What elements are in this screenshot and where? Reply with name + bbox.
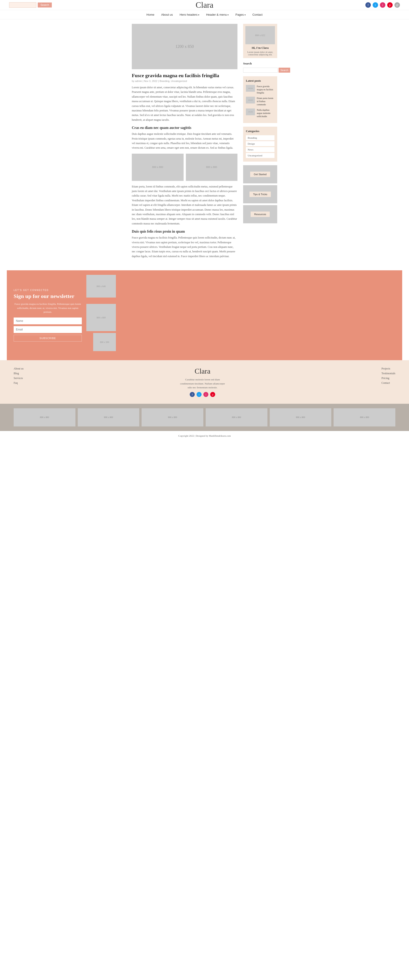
article-paragraph-1: Lorem ipsum dolor sit amet, consectetur … — [132, 85, 238, 122]
main-content: 1200 x 850 Fusce gravida magna eu facili… — [132, 19, 238, 261]
footer-desc: Curabitur molestie lorem sed diam condim… — [180, 378, 225, 390]
profile-image: 800 x 622 — [245, 26, 275, 44]
category-news[interactable]: News — [246, 147, 275, 152]
article-paragraph-4: Fusce gravida magna eu facilisis fringil… — [132, 235, 238, 258]
footer-center: Clara Curabitur molestie lorem sed diam … — [180, 367, 225, 397]
latest-post-item-3[interactable]: 100x66 Nulla dapibus augue molestie soll… — [246, 108, 275, 118]
grid-image-2: 800 x 800 — [186, 154, 238, 181]
footer-projects-link[interactable]: Projects — [382, 367, 395, 371]
newsletter-email-input[interactable] — [14, 326, 82, 333]
gallery-thumb-4: 800 x 800 — [206, 408, 267, 426]
newsletter-label: LET'S GET CONNECTED — [14, 289, 82, 291]
email-icon[interactable]: @ — [395, 2, 400, 8]
footer-left-links: About us Blog Services Faq — [14, 367, 24, 385]
content-area: 1200 x 850 Fusce gravida magna eu facili… — [125, 19, 284, 261]
newsletter-section: LET'S GET CONNECTED Sign up for our news… — [7, 270, 402, 360]
article: Fusce gravida magna eu facilisis fringil… — [132, 73, 238, 258]
nav-hero-headers[interactable]: Hero headers — [180, 13, 200, 16]
article-heading-2: Cras eu diam nec quam auctor sagittis — [132, 126, 238, 130]
grid-image-1: 800 x 800 — [132, 154, 184, 181]
gallery-thumb-3: 800 x 800 — [142, 408, 203, 426]
categories-section: Categories Branding Design News Uncatego… — [243, 127, 277, 162]
latest-post-thumb-2: 100x66 — [246, 97, 255, 103]
gallery-thumb-5: 800 x 800 — [270, 408, 332, 426]
footer-social: f t i p — [180, 392, 225, 397]
newsletter-image-1: 800 x 640 — [86, 275, 116, 298]
footer-blog-link[interactable]: Blog — [14, 372, 24, 375]
search-box: Search — [243, 68, 277, 73]
cta-get-started: Get Started — [243, 165, 277, 183]
latest-post-item-1[interactable]: 100x66 Fusce gravida magna eu facilisis … — [246, 85, 275, 94]
footer-pricing-link[interactable]: Pricing — [382, 377, 395, 380]
article-title: Fusce gravida magna eu facilisis fringil… — [132, 73, 238, 78]
footer-contact-link[interactable]: Contact — [382, 381, 395, 385]
newsletter-name-input[interactable] — [14, 318, 82, 325]
newsletter-desc: Fusce gravida magna eu facilisis fringil… — [14, 302, 82, 314]
newsletter-image-3: 800 x 500 — [93, 333, 116, 351]
newsletter-content: LET'S GET CONNECTED Sign up for our news… — [14, 289, 82, 342]
header-social-icons: f t i p @ — [365, 2, 400, 8]
categories-title: Categories — [246, 129, 275, 133]
sidebar: 800 x 622 Hi, I'm Clara Lorem ipsum dolo… — [243, 19, 277, 261]
footer-testimonials-link[interactable]: Testimonials — [382, 372, 395, 375]
footer-about-link[interactable]: About us — [14, 367, 24, 371]
category-branding[interactable]: Branding — [246, 135, 275, 140]
site-logo[interactable]: Clara — [196, 1, 213, 9]
newsletter-title: Sign up for our newsletter — [14, 293, 82, 299]
footer-pinterest-icon[interactable]: p — [210, 392, 215, 397]
newsletter-subscribe-button[interactable]: SUBSCRIBE — [14, 335, 82, 342]
article-meta: by admin | Nov 3, 2022 | Branding, Uncat… — [132, 80, 238, 83]
nav-contact[interactable]: Contact — [252, 13, 263, 16]
gallery-thumb-6: 800 x 800 — [334, 408, 395, 426]
profile-name: Hi, I'm Clara — [245, 46, 275, 50]
newsletter-form: SUBSCRIBE — [14, 318, 82, 342]
top-search-area: Search — [9, 2, 52, 8]
article-paragraph-3: Etiam porta, lorem id finibus commodo, e… — [132, 184, 238, 226]
profile-desc: Lorem ipsum dolor sit amet, consectetur … — [245, 51, 275, 56]
footer-faq-link[interactable]: Faq — [14, 381, 24, 385]
newsletter-image-2: 800 x 800 — [86, 304, 116, 331]
footer-twitter-icon[interactable]: t — [197, 392, 201, 397]
latest-post-title-1: Fusce gravida magna eu facilisis fringil… — [257, 85, 275, 94]
sidebar-search-section: Search Search — [243, 62, 277, 73]
search-label: Search — [243, 62, 277, 65]
resources-button[interactable]: Resources — [251, 212, 270, 217]
article-paragraph-2: Duis dapibus augue molestie sollicitudin… — [132, 132, 238, 150]
sidebar-search-input[interactable] — [243, 68, 278, 73]
category-uncategorized[interactable]: Uncategorized — [246, 153, 275, 158]
footer-facebook-icon[interactable]: f — [190, 392, 195, 397]
footer-logo[interactable]: Clara — [180, 367, 225, 375]
instagram-icon[interactable]: i — [380, 2, 385, 8]
facebook-icon[interactable]: f — [365, 2, 371, 8]
nav-pages[interactable]: Pages — [235, 13, 246, 16]
article-image-grid: 800 x 800 800 x 800 — [132, 154, 238, 181]
article-heading-3: Duis quis felis risus proin in quam — [132, 229, 238, 234]
nav-about[interactable]: About us — [161, 13, 173, 16]
sidebar-search-button[interactable]: Search — [279, 68, 290, 73]
gallery-thumb-1: 800 x 800 — [14, 408, 75, 426]
nav-header-menu[interactable]: Header & menu — [206, 13, 228, 16]
tips-tricks-button[interactable]: Tips & Tricks — [249, 192, 271, 197]
newsletter-images: 800 x 640 800 x 800 800 x 500 — [86, 279, 116, 351]
latest-post-thumb-3: 100x66 — [246, 108, 255, 115]
twitter-icon[interactable]: t — [373, 2, 378, 8]
footer-right-links: Projects Testimonials Pricing Contact — [382, 367, 395, 385]
pinterest-icon[interactable]: p — [387, 2, 393, 8]
copyright: Copyright 2022 | Designed by MarkHendrik… — [0, 431, 409, 441]
nav-home[interactable]: Home — [147, 13, 155, 16]
hero-image: 1200 x 850 — [132, 24, 238, 69]
header-search-input[interactable] — [9, 2, 36, 8]
footer-instagram-icon[interactable]: i — [203, 392, 208, 397]
get-started-button[interactable]: Get Started — [250, 172, 270, 177]
cta-tips-tricks: Tips & Tricks — [243, 185, 277, 204]
latest-post-thumb-1: 100x66 — [246, 85, 255, 92]
gallery-thumb-2: 800 x 800 — [78, 408, 139, 426]
header-search-button[interactable]: Search — [38, 3, 52, 8]
latest-post-title-3: Nulla dapibus augue molestie sollicitudi… — [257, 108, 275, 118]
footer-services-link[interactable]: Services — [14, 377, 24, 380]
main-nav: Home About us Hero headers Header & menu… — [0, 10, 409, 19]
category-design[interactable]: Design — [246, 141, 275, 146]
copyright-text: Copyright 2022 | Designed by MarkHendrik… — [178, 434, 231, 437]
latest-post-item-2[interactable]: 100x66 Etiam porta lorem id finibus comm… — [246, 97, 275, 106]
article-body: Lorem ipsum dolor sit amet, consectetur … — [132, 85, 238, 258]
